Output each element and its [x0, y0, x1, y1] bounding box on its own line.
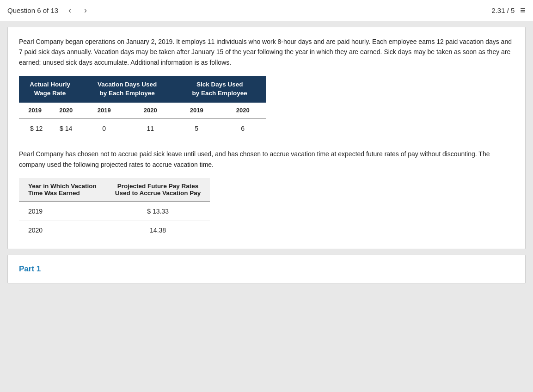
vacation-year-2020: 2020 [19, 220, 106, 239]
vacation-row-2020: 2020 14.38 [19, 220, 210, 239]
table-row: $ 12 $ 14 0 11 5 6 [19, 119, 266, 138]
cell-wage-2019: $ 12 [19, 119, 51, 138]
col-header-sick: Sick Days Usedby Each Employee [173, 76, 266, 103]
question-label: Question 6 of 13 [7, 6, 58, 14]
sub-header-vac-2020: 2020 [127, 103, 173, 119]
prev-button[interactable]: ‹ [66, 4, 74, 17]
cell-wage-2020: $ 14 [51, 119, 81, 138]
col-header-wage: Actual HourlyWage Rate [19, 76, 81, 103]
problem-card: Pearl Company began operations on Januar… [7, 27, 526, 249]
main-data-table: Actual HourlyWage Rate Vacation Days Use… [19, 76, 266, 138]
next-button[interactable]: › [81, 4, 90, 17]
nav-left: Question 6 of 13 ‹ › [7, 4, 90, 17]
nav-right: 2.31 / 5 ≡ [491, 5, 526, 16]
vacation-col2-header: Projected Future Pay RatesUsed to Accrue… [106, 178, 210, 202]
top-navigation-bar: Question 6 of 13 ‹ › 2.31 / 5 ≡ [0, 0, 533, 21]
vacation-year-2019: 2019 [19, 202, 106, 221]
sub-header-wage-2019: 2019 [19, 103, 51, 119]
intro-paragraph: Pearl Company began operations on Januar… [19, 37, 514, 67]
sub-header-sick-2019: 2019 [173, 103, 220, 119]
main-content: Pearl Company began operations on Januar… [0, 21, 533, 289]
cell-sick-2020: 6 [220, 119, 266, 138]
vacation-col1-header: Year in Which VacationTime Was Earned [19, 178, 106, 202]
vacation-rate-2020: 14.38 [106, 220, 210, 239]
cell-vac-2020: 11 [127, 119, 173, 138]
part1-card: Part 1 [7, 255, 526, 283]
vacation-rates-table: Year in Which VacationTime Was Earned Pr… [19, 178, 210, 239]
part1-label: Part 1 [19, 264, 41, 273]
sub-header-wage-2020: 2020 [51, 103, 81, 119]
cell-vac-2019: 0 [81, 119, 127, 138]
score-label: 2.31 / 5 [491, 6, 515, 14]
list-icon[interactable]: ≡ [520, 5, 526, 16]
sub-header-sick-2020: 2020 [220, 103, 266, 119]
col-header-vacation: Vacation Days Usedby Each Employee [81, 76, 173, 103]
cell-sick-2019: 5 [173, 119, 220, 138]
middle-paragraph: Pearl Company has chosen not to accrue p… [19, 149, 514, 170]
sub-header-vac-2019: 2019 [81, 103, 127, 119]
vacation-rate-2019: $ 13.33 [106, 202, 210, 221]
vacation-row-2019: 2019 $ 13.33 [19, 202, 210, 221]
